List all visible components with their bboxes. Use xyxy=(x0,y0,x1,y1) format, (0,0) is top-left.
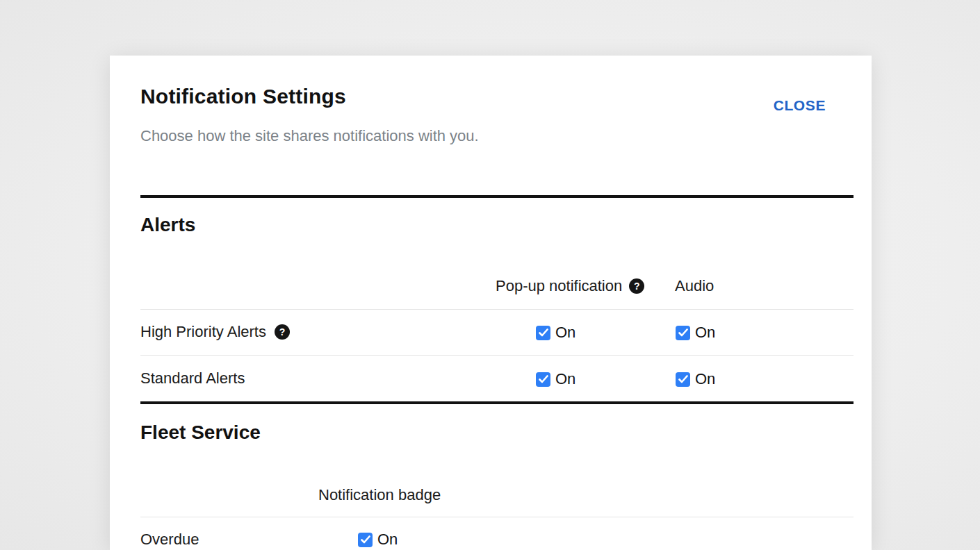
checkmark-icon xyxy=(678,375,688,383)
column-header-audio: Audio xyxy=(675,277,714,295)
help-glyph: ? xyxy=(279,326,286,338)
column-header-label: Pop-up notification xyxy=(496,277,622,295)
row-divider xyxy=(140,517,854,517)
help-icon[interactable]: ? xyxy=(629,278,644,294)
checkbox-checked[interactable] xyxy=(358,533,373,547)
checkbox-checked[interactable] xyxy=(536,372,550,387)
toggle-overdue-badge: On xyxy=(358,531,398,549)
column-header-popup-notification: Pop-up notification ? xyxy=(496,277,644,295)
section-divider xyxy=(140,401,854,404)
toggle-state-label: On xyxy=(555,324,575,342)
checkmark-icon xyxy=(539,375,548,383)
row-label-high-priority-alerts: High Priority Alerts ? xyxy=(140,323,290,341)
section-heading-fleet-service: Fleet Service xyxy=(140,422,261,444)
close-button[interactable]: CLOSE xyxy=(774,97,826,114)
toggle-state-label: On xyxy=(555,370,575,388)
row-label-overdue: Overdue xyxy=(140,531,199,549)
checkbox-checked[interactable] xyxy=(676,372,690,387)
checkmark-icon xyxy=(361,535,370,544)
row-divider xyxy=(140,355,854,356)
checkmark-icon xyxy=(678,328,688,337)
help-glyph: ? xyxy=(634,281,640,292)
row-label-text: Standard Alerts xyxy=(140,369,245,388)
section-heading-alerts: Alerts xyxy=(140,214,195,236)
toggle-state-label: On xyxy=(695,324,715,342)
column-header-notification-badge: Notification badge xyxy=(318,486,441,504)
checkmark-icon xyxy=(539,328,548,337)
checkbox-checked[interactable] xyxy=(536,326,550,340)
toggle-state-label: On xyxy=(377,531,398,549)
row-label-text: High Priority Alerts xyxy=(140,323,266,341)
help-icon[interactable]: ? xyxy=(275,324,290,340)
toggle-standard-audio: On xyxy=(676,370,715,388)
column-header-label: Notification badge xyxy=(318,486,441,504)
row-divider xyxy=(140,309,854,310)
toggle-high-priority-popup: On xyxy=(536,324,575,342)
toggle-state-label: On xyxy=(695,370,715,388)
modal-subtitle: Choose how the site shares notifications… xyxy=(140,127,479,145)
page-background: Notification Settings CLOSE Choose how t… xyxy=(0,0,980,550)
modal-title: Notification Settings xyxy=(140,85,346,108)
section-divider xyxy=(140,195,854,198)
column-header-label: Audio xyxy=(675,277,714,295)
toggle-high-priority-audio: On xyxy=(676,324,715,342)
toggle-standard-popup: On xyxy=(536,370,575,388)
row-label-text: Overdue xyxy=(140,531,199,549)
checkbox-checked[interactable] xyxy=(676,326,690,340)
row-label-standard-alerts: Standard Alerts xyxy=(140,369,245,388)
notification-settings-modal: Notification Settings CLOSE Choose how t… xyxy=(110,56,872,550)
